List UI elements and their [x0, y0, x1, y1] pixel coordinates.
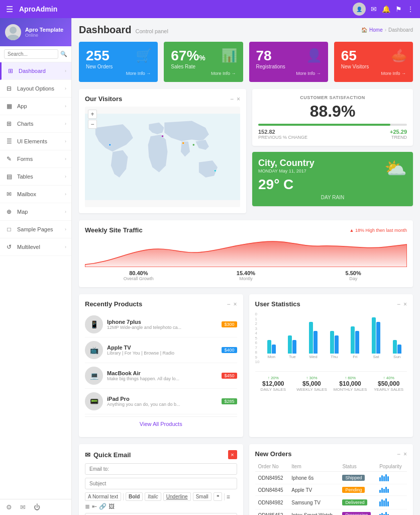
list-unordered-icon[interactable]: ≡ [227, 493, 230, 500]
stat-cards: 255 New Orders 🛒 More Info → 67%% Sales … [79, 42, 413, 82]
popularity-bars [379, 487, 404, 493]
bar-teal [267, 340, 271, 354]
mail-footer-icon[interactable]: ✉ [20, 503, 26, 511]
mail-icon[interactable]: ✉ [371, 5, 377, 13]
normal-text-button[interactable]: A Normal text [85, 492, 121, 501]
chevron-right-icon: › [65, 174, 66, 179]
sidebar-item-map[interactable]: ⊕ Map › [0, 203, 71, 221]
list-ordered-icon[interactable]: ≣ [85, 503, 90, 510]
view-all-products-button[interactable]: View All Products [85, 416, 237, 431]
search-input[interactable] [4, 49, 58, 59]
svg-point-0 [10, 27, 17, 34]
underline-button[interactable]: Underline [163, 492, 191, 501]
sidebar-item-multilevel[interactable]: ↺ Multilevel › [0, 238, 71, 256]
sample-pages-icon: □ [5, 225, 13, 233]
sidebar-item-dashboard[interactable]: ⊞ Dashboard › [0, 62, 71, 80]
bar-blue [397, 345, 401, 354]
order-popularity [376, 484, 407, 496]
settings-icon[interactable]: ⚙ [6, 503, 12, 511]
orders-col-order-no: Order No [255, 462, 289, 472]
csat-progress-fill [258, 124, 390, 126]
products-minimize-icon[interactable]: − [227, 301, 230, 308]
user-avatar[interactable]: 👤 [353, 3, 366, 16]
traffic-stat-montly: 15.40% Montly [192, 270, 300, 281]
sidebar-item-charts[interactable]: ⊞ Charts › [0, 115, 71, 133]
link-icon[interactable]: 🔗 [99, 503, 107, 510]
sidebar-item-ui-elements[interactable]: ☰ UI Elements › [0, 133, 71, 150]
table-row: ODN84982 Samsung TV Delivered [255, 496, 407, 509]
stat-more-visitors[interactable]: More Info → [341, 71, 406, 76]
stat-more-orders[interactable]: More Info → [86, 71, 151, 76]
page-header: Dashboard Control panel 🏠 Home › Dashboa… [79, 24, 413, 36]
email-close-button[interactable]: × [228, 450, 237, 459]
stat-more-sales[interactable]: More Info → [171, 71, 236, 76]
sidebar-item-layout-options[interactable]: ⊟ Layout Options › [0, 80, 71, 98]
close-panel-icon[interactable]: × [237, 96, 240, 103]
zoom-in-button[interactable]: + [88, 110, 97, 119]
product-price-badge: $450 [222, 373, 237, 379]
svg-point-1 [7, 35, 19, 40]
sidebar-item-label: Sample Pages [17, 226, 53, 232]
email-message-input[interactable] [85, 513, 237, 515]
user-stats-close-icon[interactable]: × [403, 301, 407, 308]
breadcrumb-home[interactable]: Home [369, 27, 383, 33]
sidebar-item-sample-pages[interactable]: □ Sample Pages › [0, 221, 71, 238]
user-stat-weekly-sales: ↑ 30% $5,000 WEEKLY SALES [293, 376, 330, 392]
stat-number-registrations: 78 [256, 48, 285, 64]
zoom-out-button[interactable]: − [88, 120, 97, 129]
user-stats-minimize-icon[interactable]: − [397, 301, 400, 308]
orders-close-icon[interactable]: × [403, 451, 407, 458]
order-item: Iphone 6s [288, 472, 339, 484]
sidebar-nav-left: ⊟ Layout Options [5, 84, 54, 93]
italic-button[interactable]: Italic [145, 492, 161, 501]
status-badge: Shipped [342, 475, 365, 481]
quote-button[interactable]: ❝ [214, 492, 222, 501]
email-to-input[interactable] [85, 463, 237, 475]
small-button[interactable]: Small [193, 492, 212, 501]
tables-icon: ▤ [5, 173, 13, 181]
minimize-icon[interactable]: − [230, 96, 234, 103]
sidebar-user-status: Online [25, 33, 63, 38]
us-change: ↑ 20% [255, 376, 292, 380]
chevron-right-icon: › [65, 86, 66, 91]
status-badge: Delivered [342, 499, 367, 505]
sidebar-item-app[interactable]: ▦ App › [0, 98, 71, 115]
hamburger-menu[interactable]: ☰ [6, 5, 13, 14]
chevron-right-icon: › [65, 156, 66, 161]
stat-more-registrations[interactable]: More Info → [256, 71, 321, 76]
pop-bar [385, 474, 387, 481]
product-item: 💻 MacBook Air Make big things happen. Al… [85, 363, 237, 389]
product-info: MacBook Air Make big things happen. All … [107, 370, 218, 381]
power-icon[interactable]: ⏻ [34, 503, 40, 511]
weather-temp: 29° C [258, 177, 314, 193]
mid-row: Our Visitors − × + − [79, 89, 413, 213]
new-orders-panel: New Orders − × Order NoItemStatusPopular… [249, 444, 413, 515]
sidebar-item-tables[interactable]: ▤ Tables › [0, 168, 71, 186]
search-icon[interactable]: 🔍 [60, 51, 67, 57]
csat-value: 88.9% [258, 102, 407, 121]
outdent-icon[interactable]: ⇤ [92, 503, 97, 510]
email-subject-input[interactable] [85, 478, 237, 489]
stat-card-registrations: 78 Registrations 👤 More Info → [249, 42, 328, 82]
bold-button[interactable]: Bold [126, 492, 143, 501]
traffic-stat-label: Montly [192, 276, 300, 281]
sidebar-item-mailbox[interactable]: ✉ Mailbox › [0, 186, 71, 203]
sidebar-footer: ⚙ ✉ ⏻ [0, 499, 71, 515]
traffic-title: Weekly Site Traffic [85, 226, 143, 234]
svg-point-4 [161, 135, 163, 137]
more-icon[interactable]: ⋮ [407, 5, 414, 13]
order-status: Pending [339, 484, 376, 496]
sidebar-item-forms[interactable]: ✎ Forms › [0, 150, 71, 168]
us-change: ↑ 30% [293, 376, 330, 380]
bar-group-Mon: Mon [261, 308, 281, 359]
bar-group-Fri: Fri [345, 308, 365, 359]
sidebar: Apro Template Online 🔍 ⊞ Dashboard › ⊟ L… [0, 18, 72, 515]
weather-icon-area: ⛅ [384, 158, 407, 179]
stat-label-visitors: New Visitors [341, 64, 369, 69]
flag-icon[interactable]: ⚑ [395, 5, 402, 13]
image-icon[interactable]: 🖼 [109, 503, 115, 510]
traffic-stat-label: Overall Growth [85, 276, 192, 281]
orders-minimize-icon[interactable]: − [397, 451, 400, 458]
notification-icon[interactable]: 🔔 [382, 5, 390, 13]
products-close-icon[interactable]: × [233, 301, 237, 308]
